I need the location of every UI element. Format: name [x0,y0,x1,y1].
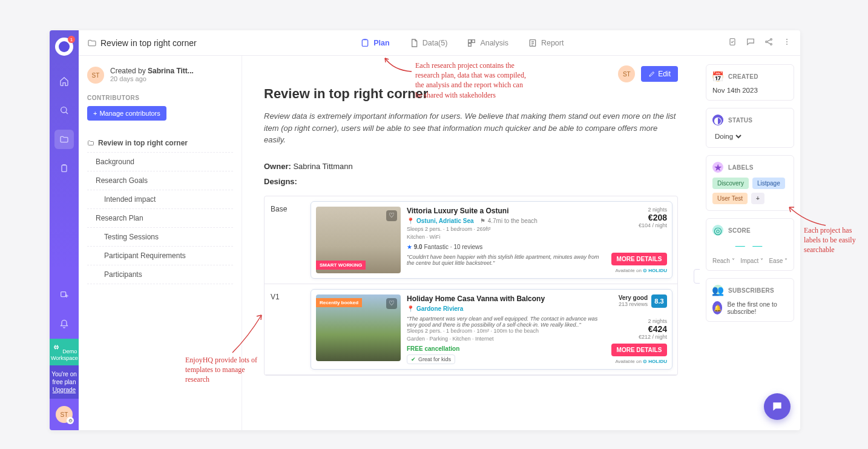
listing-image[interactable]: ♡ Recently booked [316,294,401,361]
subscribers-empty: Be the first one to subscribe! [727,301,787,315]
document-icon [409,38,419,48]
owner-avatar: ST [618,65,635,82]
heart-icon[interactable]: ♡ [386,298,397,309]
svg-point-9 [766,41,768,42]
label-chip[interactable]: Discovery [712,178,749,189]
upgrade-link[interactable]: Upgrade [53,387,76,393]
user-avatar[interactable]: ST ⚙ [56,406,73,423]
score-placeholder: — — [712,241,787,251]
contributors-heading: CONTRIBUTORS [87,95,233,101]
home-icon[interactable] [54,72,74,91]
flag-icon: ⚑ [480,218,485,224]
listing-card: ♡ Recently booked Holiday Home Casa Vann… [311,289,672,370]
pin-icon: 📍 [407,305,414,312]
notification-badge: 1 [68,36,75,43]
bell-icon[interactable] [54,314,74,334]
listing-card: ♡ SMART WORKING Vittoria Luxury Suite a … [311,201,672,279]
share-icon[interactable] [764,37,774,49]
score-reach[interactable]: Reach ˅ [712,258,735,264]
subscribers-card: 👥 SUBSCRIBERS 🔔 Be the first one to subs… [706,278,794,322]
left-rail: 1 DemoWorkspace You're on free plan Upgr… [50,30,79,430]
svg-point-0 [61,107,67,113]
creator-block: ST Created by Sabrina Titt... 20 days ag… [87,67,233,84]
svg-point-12 [786,39,787,40]
created-card: 📅 CREATED Nov 14th 2023 [706,64,794,101]
holidu-logo: ⊙ HOLIDU [643,359,667,364]
app-logo[interactable]: 1 [55,38,73,56]
listing-image[interactable]: ♡ SMART WORKING [316,207,401,273]
creator-avatar: ST [87,67,104,84]
add-label-button[interactable]: + [751,193,764,204]
tab-data[interactable]: Data(5) [409,38,448,48]
recently-booked-badge: Recently booked [316,298,362,307]
folder-icon [87,38,97,48]
app-window: Review in top right corner Plan Data(5) … [50,30,800,430]
outline-item[interactable]: Intended impact [87,190,233,209]
designs-table: Base ♡ SMART WORKING Vittoria Luxury Sui… [264,196,678,376]
tab-plan[interactable]: Plan [360,38,389,48]
score-ease[interactable]: Ease ˅ [769,258,787,264]
status-card: ◐ STATUS Doing [706,108,794,148]
clipboard-action-icon[interactable] [728,37,737,49]
outline-item[interactable]: Research Plan [87,209,233,228]
pencil-icon [648,70,656,78]
tag-icon: ★ [712,162,723,173]
right-panel: 📅 CREATED Nov 14th 2023 ◐ STATUS Doing [700,56,800,430]
outline-root[interactable]: Review in top right corner [87,134,233,153]
upgrade-banner[interactable]: You're on free plan Upgrade [50,365,79,399]
manage-contributors-button[interactable]: +Manage contributors [87,106,166,121]
add-icon[interactable] [54,285,74,305]
listing-title[interactable]: Holiday Home Casa Vanna with Balcony [407,294,605,303]
listing-title[interactable]: Vittoria Luxury Suite a Ostuni [407,207,605,215]
edit-button[interactable]: Edit [641,66,678,82]
svg-rect-5 [472,39,475,42]
more-details-button[interactable]: MORE DETAILS [611,344,667,356]
created-ago: 20 days ago [110,75,194,82]
outline-item[interactable]: Background [87,153,233,171]
project-intro: Review data is extremely important infor… [264,110,678,146]
outline-tree: Review in top right corner BackgroundRes… [87,134,233,284]
report-icon [528,38,538,48]
label-chip[interactable]: User Test [712,193,748,204]
created-date: Nov 14th 2023 [712,87,787,94]
project-title: Review in top right corner [264,86,678,102]
label-chip[interactable]: Listpage [752,178,785,189]
chat-fab-button[interactable] [764,393,791,420]
status-select[interactable]: Doing [712,132,743,141]
outline-item[interactable]: Participants [87,265,233,284]
subscribe-bell-icon[interactable]: 🔔 [712,301,722,314]
outline-item[interactable]: Participant Requirements [87,247,233,265]
expand-sidebar-button[interactable]: › [694,269,700,284]
svg-rect-1 [62,165,67,172]
folder-icon[interactable] [54,130,74,149]
score-impact[interactable]: Impact ˅ [740,258,763,264]
svg-point-10 [771,38,772,40]
owner-name: Sabrina Tittmann [293,162,352,171]
design-row-base: Base ♡ SMART WORKING Vittoria Luxury Sui… [265,196,677,284]
breadcrumb[interactable]: Review in top right corner [87,38,197,48]
workspace-badge[interactable]: DemoWorkspace [50,339,79,365]
more-icon[interactable] [782,37,792,49]
clipboard-icon[interactable] [54,159,74,178]
comment-icon[interactable] [746,37,755,49]
designs-heading: Designs: [264,177,297,186]
check-icon: ✔ [411,356,416,362]
pin-icon: 📍 [407,218,414,224]
folder-icon [87,139,94,147]
plan-icon [360,38,370,48]
outline-item[interactable]: Testing Sessions [87,228,233,247]
score-card: ◎ SCORE — — Reach ˅ Impact ˅ Ease ˅ [706,218,794,271]
search-icon[interactable] [54,101,74,120]
heart-icon[interactable]: ♡ [386,210,397,221]
holidu-logo: ⊙ HOLIDU [643,268,667,273]
more-details-button[interactable]: MORE DETAILS [611,253,667,265]
outline-item[interactable]: Research Goals [87,171,233,190]
gear-icon: ⚙ [67,417,74,424]
tab-report[interactable]: Report [528,38,564,48]
calendar-icon: 📅 [712,71,723,82]
status-icon: ◐ [712,115,723,125]
svg-point-14 [786,44,787,45]
tab-analysis[interactable]: Analysis [467,38,508,48]
creator-name: Sabrina Titt... [148,67,194,75]
variant-label: V1 [265,284,306,374]
